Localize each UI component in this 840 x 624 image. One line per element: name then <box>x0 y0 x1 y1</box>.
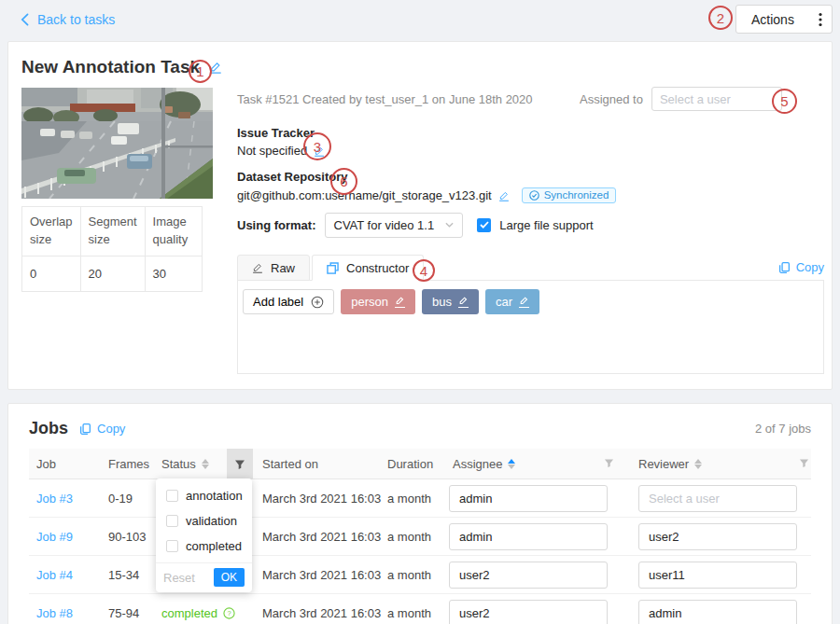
edit-label-car-icon[interactable] <box>519 296 529 308</box>
job-link[interactable]: Job #9 <box>29 530 108 544</box>
label-chip-car[interactable]: car <box>485 289 539 314</box>
reviewer-input[interactable] <box>638 485 797 512</box>
sync-check-icon <box>529 190 539 201</box>
copy-icon <box>778 261 791 274</box>
job-started: March 3rd 2021 16:03 <box>253 530 384 544</box>
checkbox-completed[interactable] <box>166 540 178 552</box>
format-select[interactable]: CVAT for video 1.1 <box>325 213 464 238</box>
label-chip-car-text: car <box>496 295 512 309</box>
edit-label-bus-icon[interactable] <box>458 296 469 308</box>
status-filter-icon[interactable] <box>227 449 253 479</box>
add-label-button[interactable]: Add label <box>243 289 334 314</box>
reviewer-sort-icon[interactable] <box>694 459 702 469</box>
filter-option-annotation-label: annotation <box>186 489 243 503</box>
tab-raw[interactable]: Raw <box>237 255 310 281</box>
column-header-assignee[interactable]: Assignee <box>441 457 627 471</box>
edit-label-person-icon[interactable] <box>395 296 405 308</box>
labels-constructor-panel: Add label person bus <box>237 281 824 374</box>
job-link[interactable]: Job #4 <box>29 568 108 582</box>
task-preview-image <box>21 88 213 199</box>
job-row-3: Job #3 0-19 March 3rd 2021 16:03 a month <box>29 479 811 518</box>
param-header-overlap: Overlap size <box>22 207 81 257</box>
filter-option-completed[interactable]: completed <box>156 534 252 559</box>
assignee-input[interactable] <box>449 600 608 624</box>
actions-button[interactable]: Actions <box>735 5 833 34</box>
param-header-segment: Segment size <box>80 207 145 257</box>
annotation-circle-4: 4 <box>413 259 435 282</box>
constructor-block-icon <box>327 262 339 274</box>
filter-reset-button[interactable]: Reset <box>163 571 195 585</box>
dataset-repository-label: Dataset Repository <box>237 170 616 184</box>
tab-raw-label: Raw <box>271 261 295 275</box>
back-to-tasks-label: Back to tasks <box>37 12 115 27</box>
checkbox-annotation[interactable] <box>166 490 178 502</box>
issue-tracker-value: Not specified <box>237 144 307 158</box>
annotation-circle-5: 5 <box>772 89 797 114</box>
jobs-table-header: Job Frames Status Started on Duration As… <box>29 449 811 479</box>
param-header-quality: Image quality <box>145 207 202 257</box>
column-header-frames: Frames <box>108 457 161 471</box>
jobs-count: 2 of 7 jobs <box>755 422 811 436</box>
raw-pencil-icon <box>252 262 263 273</box>
job-started: March 3rd 2021 16:03 <box>253 568 384 582</box>
status-sort-icon[interactable] <box>202 459 209 469</box>
assigned-to-select[interactable] <box>651 87 782 111</box>
job-frames: 90-103 <box>108 530 161 544</box>
param-value-quality: 30 <box>145 256 202 291</box>
assignee-header-label: Assignee <box>453 457 502 471</box>
job-link[interactable]: Job #3 <box>29 492 108 506</box>
filter-ok-button[interactable]: OK <box>214 568 245 587</box>
assignee-input[interactable] <box>449 562 608 589</box>
job-duration: a month <box>384 492 441 506</box>
status-filter-dropdown: annotation validation completed Reset OK <box>156 478 252 592</box>
jobs-copy-label: Copy <box>97 422 125 436</box>
add-label-text: Add label <box>253 295 303 309</box>
label-chip-person[interactable]: person <box>341 289 415 314</box>
reviewer-filter-icon[interactable] <box>799 457 813 471</box>
checkbox-validation[interactable] <box>166 515 178 527</box>
assignee-sort-icon[interactable] <box>508 459 515 469</box>
column-header-status[interactable]: Status <box>161 457 227 471</box>
svg-text:?: ? <box>227 609 231 617</box>
label-chip-bus-text: bus <box>432 295 452 309</box>
assignee-filter-icon[interactable] <box>604 457 627 471</box>
column-header-reviewer[interactable]: Reviewer <box>627 457 813 471</box>
job-link[interactable]: Job #8 <box>29 606 108 620</box>
assigned-to-label: Assigned to <box>580 92 643 106</box>
tab-constructor[interactable]: Constructor <box>312 255 424 281</box>
back-to-tasks-link[interactable]: Back to tasks <box>21 12 115 27</box>
tab-constructor-label: Constructor <box>346 261 409 275</box>
job-row-8: Job #8 75-94 completed ? March 3rd 2021 … <box>29 594 811 624</box>
edit-repository-icon[interactable] <box>498 190 510 201</box>
task-title: New Annotation Task <box>21 57 200 77</box>
reviewer-input[interactable] <box>638 523 797 550</box>
job-started: March 3rd 2021 16:03 <box>253 492 384 506</box>
jobs-title: Jobs <box>29 419 68 438</box>
job-duration: a month <box>384 530 441 544</box>
status-help-icon[interactable]: ? <box>223 607 235 619</box>
job-duration: a month <box>384 606 441 620</box>
task-params-table: Overlap size Segment size Image quality … <box>21 206 203 292</box>
column-header-duration: Duration <box>384 457 441 471</box>
filter-option-annotation[interactable]: annotation <box>156 483 252 508</box>
assignee-input[interactable] <box>449 523 608 550</box>
job-row-4: Job #4 15-34 March 3rd 2021 16:03 a mont… <box>29 556 811 594</box>
label-chip-person-text: person <box>351 295 388 309</box>
param-value-segment: 20 <box>80 256 145 291</box>
labels-tab-bar: Raw Constructor Copy <box>237 254 824 281</box>
sync-status-badge: Synchronized <box>522 187 617 203</box>
format-select-value: CVAT for video 1.1 <box>334 218 435 232</box>
annotation-circle-6: 6 <box>330 168 357 195</box>
assignee-input[interactable] <box>449 485 608 512</box>
reviewer-input[interactable] <box>638 562 797 589</box>
labels-copy-button[interactable]: Copy <box>778 260 824 274</box>
jobs-copy-button[interactable]: Copy <box>79 422 125 436</box>
large-file-support-checkbox[interactable] <box>477 218 491 232</box>
annotation-circle-1: 1 <box>189 60 212 83</box>
reviewer-input[interactable] <box>638 600 797 624</box>
label-chip-bus[interactable]: bus <box>422 289 479 314</box>
task-details-card: New Annotation Task <box>7 41 833 390</box>
assigned-to-input[interactable] <box>660 88 774 110</box>
back-chevron-icon <box>21 13 29 26</box>
filter-option-validation[interactable]: validation <box>156 508 252 534</box>
